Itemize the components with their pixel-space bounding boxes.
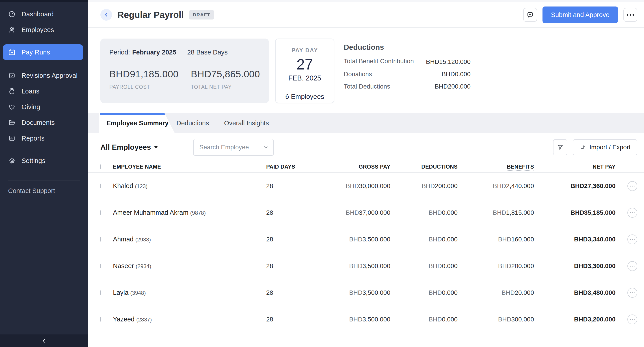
chevron-left-icon	[103, 12, 109, 18]
sidebar-item-revisions-approval[interactable]: Revisions Approval	[0, 68, 88, 83]
deduction-label: Donations	[344, 71, 372, 78]
deduction-value: BHD15,120.000	[426, 58, 470, 66]
sidebar-item-label: Giving	[22, 103, 40, 111]
employee-search-combobox[interactable]	[193, 139, 274, 156]
payday-date: FEB, 2025	[276, 74, 334, 82]
page-title: Regular Payroll	[118, 10, 184, 20]
employee-name: Ameer Muhammad Akram	[113, 209, 188, 216]
sidebar-item-giving[interactable]: Giving	[0, 99, 88, 115]
filter-button[interactable]	[553, 139, 567, 155]
page-top-strip	[88, 0, 644, 2]
sidebar-item-loans[interactable]: Loans	[0, 83, 88, 99]
employee-table-body: Khaled(123) 28 BHD30,000.000 BHD200.000 …	[88, 173, 644, 333]
col-deductions: DEDUCTIONS	[390, 164, 458, 170]
deductions-cell: BHD0.000	[390, 289, 458, 296]
table-header-row: EMPLOYEE NAME PAID DAYS GROSS PAY DEDUCT…	[88, 161, 644, 173]
deduction-label[interactable]: Total Benefit Contribution	[344, 58, 414, 66]
header-more-button[interactable]	[624, 8, 637, 22]
row-more-button[interactable]	[628, 234, 637, 244]
employees-icon	[8, 26, 16, 34]
row-more-button[interactable]	[628, 288, 637, 298]
import-export-button[interactable]: Import / Export	[573, 139, 637, 155]
employee-id: (123)	[135, 183, 148, 189]
row-checkbox[interactable]	[100, 264, 101, 268]
benefits-cell: BHD300.000	[458, 316, 534, 323]
reports-icon	[8, 135, 16, 142]
tab-deductions[interactable]: Deductions	[177, 113, 208, 133]
benefits-cell: BHD20.000	[458, 289, 534, 296]
table-row[interactable]: Naseer(2934) 28 BHD3,500.000 BHD0.000 BH…	[88, 253, 644, 279]
row-more-button[interactable]	[628, 261, 637, 271]
sidebar-item-reports[interactable]: Reports	[0, 130, 88, 146]
sidebar-item-label: Revisions Approval	[22, 72, 78, 79]
table-row[interactable]: Ahmad(2938) 28 BHD3,500.000 BHD0.000 BHD…	[88, 226, 644, 253]
employee-filter-dropdown[interactable]: All Employees	[100, 143, 158, 152]
sidebar-top-strip	[0, 0, 88, 2]
row-more-button[interactable]	[628, 314, 637, 324]
benefits-cell: BHD1,815.000	[458, 209, 534, 216]
app-window: Dashboard Employees Pay Runs Revisions A…	[0, 0, 644, 347]
table-row[interactable]: Yazeed(2837) 28 BHD3,500.000 BHD0.000 BH…	[88, 306, 644, 333]
table-toolbar: All Employees Import / Export	[88, 133, 644, 161]
employee-id: (2938)	[135, 236, 151, 242]
comments-button[interactable]	[523, 8, 537, 22]
col-employee-name: EMPLOYEE NAME	[113, 164, 266, 170]
tab-bar: Employee Summary Deductions Overall Insi…	[88, 113, 644, 133]
search-input[interactable]	[200, 144, 262, 151]
caret-down-icon	[154, 146, 158, 148]
sidebar-item-label: Settings	[22, 157, 45, 165]
period-prefix: Period:	[109, 49, 130, 56]
deductions-summary-rows: Total Benefit Contribution BHD15,120.000…	[344, 56, 470, 93]
employee-id: (2837)	[136, 316, 152, 322]
sidebar-item-dashboard[interactable]: Dashboard	[0, 6, 88, 22]
deductions-cell: BHD0.000	[390, 209, 458, 216]
row-more-button[interactable]	[628, 208, 637, 218]
table-row[interactable]: Layla(3948) 28 BHD3,500.000 BHD0.000 BHD…	[88, 279, 644, 306]
sidebar-item-label: Pay Runs	[22, 49, 50, 56]
row-more-button[interactable]	[628, 181, 637, 191]
sidebar-item-label: Reports	[22, 135, 44, 142]
employee-id: (3948)	[130, 290, 146, 296]
contact-support-link[interactable]: Contact Support	[8, 187, 88, 195]
gross-pay-cell: BHD3,500.000	[298, 262, 390, 270]
giving-icon	[8, 103, 16, 111]
net-pay-cell: BHD3,480.000	[534, 289, 616, 296]
employee-id: (2934)	[136, 263, 151, 269]
row-checkbox[interactable]	[100, 210, 101, 215]
sidebar-collapse-button[interactable]	[0, 334, 88, 347]
deductions-cell: BHD0.000	[390, 316, 458, 323]
payroll-cost-label: PAYROLL COST	[109, 84, 191, 90]
employee-name: Layla	[113, 289, 128, 296]
total-net-pay-value: BHD75,865.000	[191, 69, 260, 80]
import-export-label: Import / Export	[589, 144, 630, 151]
net-pay-cell: BHD27,360.000	[534, 182, 616, 190]
tab-employee-summary-label: Employee Summary	[106, 113, 168, 133]
gross-pay-cell: BHD30,000.000	[298, 182, 390, 190]
sidebar-item-employees[interactable]: Employees	[0, 22, 88, 38]
select-all-checkbox[interactable]	[100, 164, 101, 169]
pay-runs-icon	[8, 49, 16, 56]
tab-overall-insights[interactable]: Overall Insights	[222, 113, 271, 133]
payday-divider	[282, 88, 328, 88]
sidebar-item-pay-runs[interactable]: Pay Runs	[3, 44, 83, 60]
row-checkbox[interactable]	[100, 290, 101, 295]
net-pay-cell: BHD35,185.000	[534, 209, 616, 216]
row-checkbox[interactable]	[100, 317, 101, 322]
tab-employee-summary[interactable]: Employee Summary	[99, 113, 175, 133]
employee-name: Yazeed	[113, 316, 134, 323]
sidebar-divider	[8, 180, 80, 180]
sidebar-item-settings[interactable]: Settings	[0, 153, 88, 169]
deduction-summary-row: Total Deductions BHD200.000	[344, 80, 470, 93]
table-row[interactable]: Khaled(123) 28 BHD30,000.000 BHD200.000 …	[88, 173, 644, 199]
row-checkbox[interactable]	[100, 237, 101, 242]
table-row[interactable]: Ameer Muhammad Akram(9878) 28 BHD37,000.…	[88, 199, 644, 226]
comment-icon	[526, 11, 534, 18]
back-button[interactable]	[100, 9, 112, 21]
row-checkbox[interactable]	[100, 184, 101, 188]
ellipsis-icon	[627, 14, 634, 16]
deduction-value: BHD0.000	[442, 71, 470, 78]
sidebar-item-documents[interactable]: Documents	[0, 115, 88, 130]
submit-approve-button[interactable]: Submit and Approve	[542, 7, 618, 23]
deduction-summary-row: Total Benefit Contribution BHD15,120.000	[344, 56, 470, 68]
gross-pay-cell: BHD37,000.000	[298, 209, 390, 216]
